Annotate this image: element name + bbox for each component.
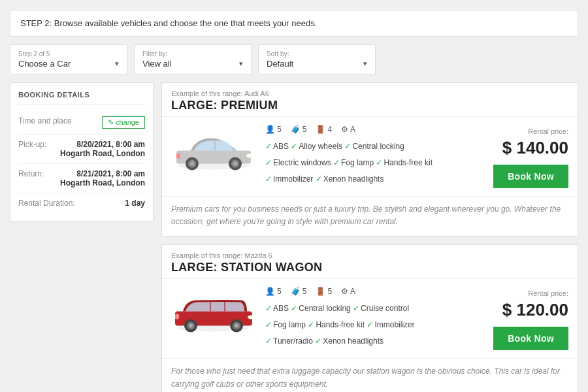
car-features: ✓ABS ✓Central locking ✓Cruise control ✓F… xyxy=(265,301,474,348)
car-price-block: Rental price: $ 120.00 Book Now xyxy=(483,287,568,350)
car-specs: 👤 5🧳 5🚪 5⚙ A ✓ABS ✓Central locking ✓Crui… xyxy=(265,287,474,350)
car-example: Example of this range: Audi A6 xyxy=(171,90,568,97)
feature-row: ✓Electric windows ✓Fog lamp ✓Hands-free … xyxy=(265,155,474,171)
car-spec-value: 4 xyxy=(327,125,332,134)
car-spec-value: 5 xyxy=(327,287,332,296)
filter-chevron: ▾ xyxy=(239,59,243,68)
step-text: STEP 2: Browse available vehicles and ch… xyxy=(20,18,317,28)
right-panel: Example of this range: Audi A6 LARGE: PR… xyxy=(161,82,578,392)
car-header: Example of this range: Mazda 6 LARGE: ST… xyxy=(162,245,578,279)
car-body: 👤 5🧳 5🚪 5⚙ A ✓ABS ✓Central locking ✓Crui… xyxy=(162,279,578,358)
car-icons: 👤 5🧳 5🚪 4⚙ A xyxy=(265,125,474,134)
feature-row: ✓Tuner/radio ✓Xenon headlights xyxy=(265,334,474,349)
pickup-value: 8/20/2021, 8:00 amHogarth Road, London xyxy=(60,140,145,158)
feature-item: ✓Xenon headlights xyxy=(315,336,384,346)
feature-row: ✓Fog lamp ✓Hands-free kit ✓Immobilizer xyxy=(265,318,474,333)
step-selector-box: Step 2 of 5 Choose a Car ▾ xyxy=(10,44,127,74)
feature-item: ✓Tuner/radio xyxy=(265,336,313,346)
feature-item: ✓Immobilizer xyxy=(265,174,313,184)
car-description: For those who just need that extra lugga… xyxy=(162,358,578,392)
svg-point-8 xyxy=(233,162,237,166)
rental-price-label: Rental price: xyxy=(528,289,568,297)
feature-item: ✓Fog lamp xyxy=(265,320,306,329)
feature-item: ✓Immobilizer xyxy=(367,320,414,329)
car-spec-value: 5 xyxy=(302,287,307,296)
duration-label: Rental Duration: xyxy=(18,199,75,208)
book-now-button[interactable]: Book Now xyxy=(493,165,568,188)
car-spec-value: 5 xyxy=(277,125,282,134)
car-image xyxy=(171,125,256,177)
feature-item: ✓Xenon headlights xyxy=(316,174,384,184)
change-button[interactable]: ✎ change xyxy=(102,116,145,129)
time-place-row: Time and place ✎ change xyxy=(18,111,145,135)
feature-item: ✓Hands-free kit xyxy=(308,320,365,329)
car-spec-value: A xyxy=(350,125,355,134)
car-price-block: Rental price: $ 140.00 Book Now xyxy=(483,125,568,188)
car-price: $ 140.00 xyxy=(502,138,568,158)
car-header: Example of this range: Audi A6 LARGE: PR… xyxy=(162,83,578,117)
step-selector[interactable]: Choose a Car xyxy=(18,59,82,69)
return-value: 8/21/2021, 8:00 amHogarth Road, London xyxy=(60,169,145,188)
pickup-label: Pick-up: xyxy=(18,140,46,149)
car-description: Premium cars for you business needs or j… xyxy=(162,196,578,236)
sort-box: Sort by: Default ▾ xyxy=(258,44,376,74)
feature-row: ✓ABS ✓Central locking ✓Cruise control xyxy=(265,301,474,316)
step-description: STEP 2: Browse available vehicles and ch… xyxy=(10,10,578,37)
car-features: ✓ABS ✓Alloy wheels ✓Central locking ✓Ele… xyxy=(265,139,474,186)
sort-chevron: ▾ xyxy=(363,59,367,68)
car-spec-icon: ⚙ A xyxy=(341,125,355,134)
feature-item: ✓Electric windows xyxy=(265,158,331,167)
car-spec-icon: ⚙ A xyxy=(341,287,355,296)
car-image xyxy=(171,287,256,339)
feature-item: ✓Central locking xyxy=(291,304,350,313)
car-icons: 👤 5🧳 5🚪 5⚙ A xyxy=(265,287,474,296)
main-content: BOOKING DETAILS Time and place ✎ change … xyxy=(10,82,578,392)
return-row: Return: 8/21/2021, 8:00 amHogarth Road, … xyxy=(18,164,145,193)
feature-item: ✓Alloy wheels xyxy=(291,142,342,151)
filter-label: Filter by: xyxy=(142,50,243,57)
car-spec-value: 5 xyxy=(277,287,282,296)
booking-details-title: BOOKING DETAILS xyxy=(18,91,145,105)
feature-item: ✓Fog lamp xyxy=(333,158,374,167)
return-label: Return: xyxy=(18,169,44,178)
svg-rect-10 xyxy=(176,154,180,159)
car-section-0: Example of this range: Audi A6 LARGE: PR… xyxy=(161,82,578,237)
duration-value: 1 day xyxy=(125,199,145,208)
feature-row: ✓Immobilizer ✓Xenon headlights xyxy=(265,172,474,187)
svg-point-20 xyxy=(235,324,238,328)
filter-select[interactable]: View all xyxy=(142,59,182,69)
svg-point-9 xyxy=(246,154,253,158)
time-place-label: Time and place xyxy=(18,116,72,125)
svg-point-5 xyxy=(190,162,194,166)
feature-item: ✓ABS xyxy=(265,142,289,151)
booking-details-panel: BOOKING DETAILS Time and place ✎ change … xyxy=(10,82,154,221)
car-spec-icon: 🧳 5 xyxy=(291,125,307,134)
car-example: Example of this range: Mazda 6 xyxy=(171,252,568,259)
car-price: $ 120.00 xyxy=(502,300,568,320)
car-spec-icon: 🚪 5 xyxy=(316,287,332,296)
feature-item: ✓Hands-free kit xyxy=(376,158,433,167)
controls-row: Step 2 of 5 Choose a Car ▾ Filter by: Vi… xyxy=(10,44,578,74)
feature-item: ✓Central locking xyxy=(344,142,404,151)
book-now-button[interactable]: Book Now xyxy=(493,327,568,350)
page: STEP 2: Browse available vehicles and ch… xyxy=(0,0,588,392)
car-spec-icon: 👤 5 xyxy=(265,287,282,296)
duration-row: Rental Duration: 1 day xyxy=(18,193,145,213)
svg-point-17 xyxy=(189,324,193,328)
car-specs: 👤 5🧳 5🚪 4⚙ A ✓ABS ✓Alloy wheels ✓Central… xyxy=(265,125,474,188)
pickup-row: Pick-up: 8/20/2021, 8:00 amHogarth Road,… xyxy=(18,135,145,164)
car-title: LARGE: PREMIUM xyxy=(171,99,568,112)
car-section-1: Example of this range: Mazda 6 LARGE: ST… xyxy=(161,244,578,392)
car-spec-icon: 👤 5 xyxy=(265,125,282,134)
feature-row: ✓ABS ✓Alloy wheels ✓Central locking xyxy=(265,139,474,154)
filter-box: Filter by: View all ▾ xyxy=(134,44,252,74)
feature-item: ✓Cruise control xyxy=(353,304,409,313)
sort-select[interactable]: Default xyxy=(267,59,304,69)
step-selector-chevron: ▾ xyxy=(115,59,119,68)
rental-price-label: Rental price: xyxy=(528,127,568,135)
car-spec-value: A xyxy=(350,287,355,296)
car-spec-icon: 🧳 5 xyxy=(291,287,307,296)
sidebar: BOOKING DETAILS Time and place ✎ change … xyxy=(10,82,154,392)
car-spec-value: 5 xyxy=(302,125,307,134)
feature-item: ✓ABS xyxy=(265,304,289,313)
